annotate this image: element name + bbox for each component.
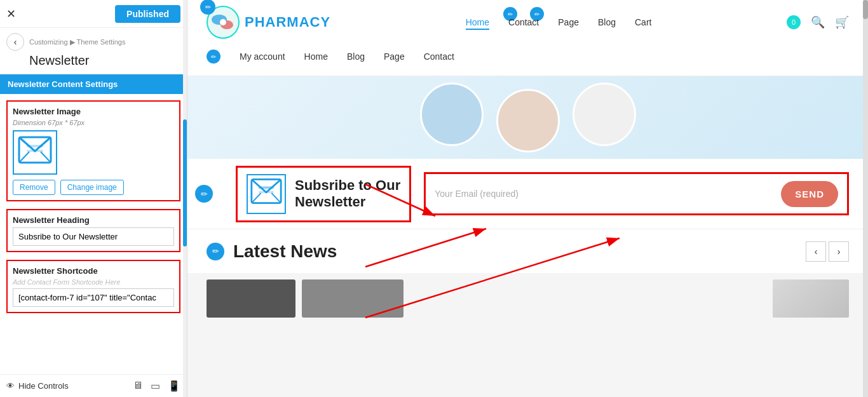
remove-image-button[interactable]: Remove — [13, 180, 55, 195]
newsletter-heading: Subsribe to Our Newsletter — [295, 177, 400, 211]
shortcode-placeholder: Add Contact Form Shortcode Here — [13, 278, 174, 286]
preview-area: ✏ PHARMACY Home ✏ — [187, 0, 868, 397]
bottom-partial — [187, 273, 868, 324]
nav-icons: 0 🔍 🛒 — [787, 15, 849, 29]
prev-news-button[interactable]: ‹ — [806, 241, 826, 262]
hero-circle-3 — [573, 83, 636, 146]
breadcrumb-section: ‹ Customizing ▶ Theme Settings — [0, 28, 187, 53]
newsletter-image-sublabel: Dimension 67px * 67px — [13, 119, 174, 126]
hero-circle-1 — [420, 83, 484, 146]
newsletter-image-field: Newsletter Image Dimension 67px * 67px — [6, 100, 180, 201]
edit-logo-pencil[interactable]: ✏ — [200, 0, 215, 15]
nav2-blog[interactable]: Blog — [347, 51, 365, 62]
image-buttons: Remove Change image — [13, 180, 174, 195]
hero-circle-2 — [496, 89, 560, 152]
panel-content: Newsletter Image Dimension 67px * 67px — [0, 94, 187, 374]
news-card-1 — [207, 279, 295, 318]
hide-controls-label: Hide Controls — [18, 381, 69, 391]
published-button[interactable]: Published — [115, 5, 180, 23]
logo-area: ✏ PHARMACY — [207, 6, 330, 39]
nav-top: ✏ PHARMACY Home ✏ — [187, 0, 868, 44]
svg-rect-13 — [259, 191, 274, 193]
newsletter-right-box: Your Email (required) SEND — [424, 172, 849, 215]
hero-circles — [420, 83, 636, 152]
device-icons: 🖥 ▭ 📱 — [133, 380, 180, 392]
news-card-2 — [302, 279, 403, 318]
nav2-page[interactable]: Page — [384, 51, 405, 62]
cart-icon[interactable]: 🛒 — [835, 15, 849, 29]
top-bar: ✕ Published — [0, 0, 187, 28]
svg-rect-3 — [27, 145, 43, 147]
newsletter-shortcode-input[interactable] — [13, 288, 174, 307]
back-button[interactable]: ‹ — [6, 33, 24, 51]
nav2-home[interactable]: Home — [304, 51, 328, 62]
svg-rect-4 — [27, 150, 43, 152]
newsletter-heading-line2: Newsletter — [295, 194, 365, 210]
newsletter-left-box: Subsribe to Our Newsletter — [236, 166, 411, 222]
newsletter-section: ✏ Subsribe to Our Newsletter Your Email … — [187, 159, 868, 229]
desktop-icon[interactable]: 🖥 — [133, 380, 143, 392]
change-image-button[interactable]: Change image — [60, 180, 124, 195]
newsletter-image-label: Newsletter Image — [13, 107, 174, 116]
section-header: Newsletter Content Settings — [0, 74, 187, 94]
svg-point-8 — [220, 19, 226, 25]
latest-news-section: ✏ Latest News ‹ › — [187, 229, 868, 273]
page-title: Newsletter — [0, 53, 187, 74]
eye-icon: 👁 — [6, 381, 15, 391]
nav-link-cart[interactable]: Cart — [635, 17, 651, 27]
nav2-contact[interactable]: Contact — [424, 51, 454, 62]
hide-controls-button[interactable]: 👁 Hide Controls — [6, 381, 69, 391]
newsletter-shortcode-label: Newsletter Shortcode — [13, 266, 174, 276]
nav-link-contact[interactable]: Contact — [508, 17, 539, 27]
send-button[interactable]: SEND — [781, 181, 838, 207]
newsletter-heading-label: Newsletter Heading — [13, 215, 174, 225]
right-scrollbar-thumb[interactable] — [863, 0, 868, 19]
newsletter-envelope-icon — [247, 174, 286, 214]
edit-latest-news-pencil[interactable]: ✏ — [207, 243, 224, 260]
breadcrumb: Customizing ▶ Theme Settings — [29, 38, 125, 46]
nav-link-page[interactable]: Page — [558, 17, 579, 27]
site-header: ✏ PHARMACY Home ✏ — [187, 0, 868, 76]
newsletter-heading-input[interactable] — [13, 227, 174, 246]
cart-badge: 0 — [787, 15, 801, 29]
email-placeholder: Your Email (required) — [435, 189, 773, 199]
latest-news-title: Latest News — [233, 241, 337, 262]
edit-newsletter-pencil[interactable]: ✏ — [195, 185, 213, 203]
nav-links-top: Home ✏ ✏ Contact Page Blog Cart — [466, 17, 652, 27]
newsletter-shortcode-field: Newsletter Shortcode Add Contact Form Sh… — [6, 260, 180, 313]
svg-rect-12 — [259, 186, 274, 189]
newsletter-heading-field: Newsletter Heading — [6, 209, 180, 252]
latest-news-title-row: ✏ Latest News — [207, 241, 337, 262]
logo-text: PHARMACY — [245, 14, 330, 30]
newsletter-heading-line1: Subsribe to Our — [295, 177, 400, 193]
right-scrollbar[interactable] — [863, 0, 868, 397]
close-button[interactable]: ✕ — [6, 7, 16, 21]
panel-bottom: 👁 Hide Controls 🖥 ▭ 📱 — [0, 374, 187, 397]
news-card-3 — [773, 279, 849, 318]
search-icon[interactable]: 🔍 — [811, 15, 825, 29]
nav-link-blog[interactable]: Blog — [598, 17, 616, 27]
envelope-preview-icon — [18, 136, 52, 170]
next-news-button[interactable]: › — [829, 241, 849, 262]
mobile-icon[interactable]: 📱 — [168, 380, 180, 392]
nav2-myaccount[interactable]: My account — [240, 51, 285, 62]
latest-news-nav: ‹ › — [806, 241, 849, 262]
hero-section — [187, 76, 868, 159]
edit-nav2-pencil[interactable]: ✏ — [207, 50, 220, 64]
nav-bottom: ✏ My account Home Blog Page Contact — [187, 44, 868, 69]
left-panel: ✕ Published ‹ Customizing ▶ Theme Settin… — [0, 0, 187, 397]
newsletter-image-preview — [13, 130, 57, 175]
nav-link-home[interactable]: Home — [466, 17, 489, 27]
tablet-icon[interactable]: ▭ — [151, 380, 160, 392]
